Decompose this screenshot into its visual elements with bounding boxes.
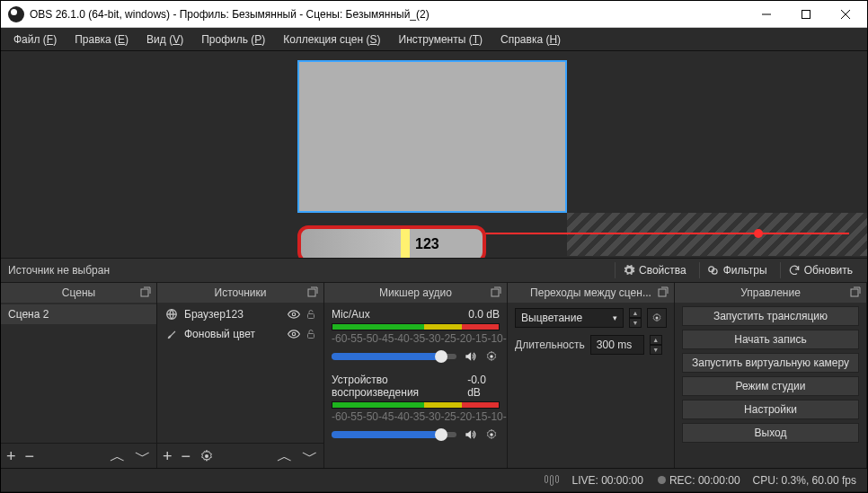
refresh-button[interactable]: Обновить [780, 262, 860, 278]
lock-toggle[interactable] [306, 328, 316, 340]
visibility-toggle[interactable] [288, 328, 300, 340]
svg-rect-7 [308, 289, 315, 296]
add-scene-button[interactable]: + [6, 448, 16, 464]
transition-down-button[interactable]: ▼ [629, 318, 642, 328]
channel-name: Mic/Aux [332, 308, 370, 321]
status-live: LIVE: 00:00:00 [571, 474, 642, 487]
source-label: Фоновый цвет [184, 328, 255, 340]
move-scene-up-button[interactable]: ︿ [110, 448, 126, 464]
menu-profile[interactable]: Профиль (P) [194, 31, 272, 48]
channel-settings-button[interactable] [483, 427, 500, 443]
exit-button[interactable]: Выход [682, 423, 859, 443]
statusbar: LIVE: 00:00:00 REC: 00:00:00 CPU: 0.3%, … [1, 468, 867, 491]
dock-header-scenes[interactable]: Сцены [1, 283, 156, 303]
start-record-button[interactable]: Начать запись [682, 330, 859, 349]
settings-button[interactable]: Настройки [682, 400, 859, 419]
chevron-down-icon: ▾ [613, 313, 617, 322]
meter-ticks: -60-55-50-45-40-35-30-25-20-15-10-50 [332, 410, 500, 423]
popout-icon[interactable] [307, 286, 318, 297]
remove-scene-button[interactable]: − [25, 448, 35, 464]
status-cpu: CPU: 0.3%, 60.00 fps [753, 474, 856, 487]
scene-item[interactable]: Сцена 2 [1, 304, 156, 324]
menu-file[interactable]: Файл (F) [6, 31, 64, 48]
add-source-button[interactable]: + [163, 448, 173, 464]
menu-scene-collection[interactable]: Коллекция сцен (S) [276, 31, 387, 48]
dock-header-sources[interactable]: Источники [157, 283, 323, 303]
dock-header-mixer[interactable]: Микшер аудио [324, 283, 507, 303]
menu-edit[interactable]: Правка (E) [67, 31, 136, 48]
preview-area[interactable]: 123 [1, 51, 867, 258]
highlight-annotation: 123 [297, 225, 486, 258]
popout-icon[interactable] [658, 286, 669, 297]
popout-icon[interactable] [491, 286, 501, 297]
menu-help[interactable]: Справка (H) [493, 31, 568, 48]
lock-toggle[interactable] [306, 308, 316, 321]
svg-point-13 [205, 454, 208, 458]
source-item[interactable]: Браузер123 [157, 304, 323, 324]
start-vcam-button[interactable]: Запустить виртуальную камеру [682, 353, 859, 373]
svg-rect-14 [492, 289, 499, 296]
studio-mode-button[interactable]: Режим студии [682, 376, 859, 396]
refresh-icon [788, 264, 801, 277]
no-source-selected: Источник не выбран [8, 264, 110, 277]
svg-rect-17 [659, 289, 666, 296]
menu-view[interactable]: Вид (V) [139, 31, 190, 48]
source-settings-button[interactable] [199, 449, 214, 463]
speaker-icon[interactable] [462, 427, 478, 443]
crop-handle[interactable] [754, 229, 763, 238]
crop-line[interactable] [469, 233, 849, 234]
properties-button[interactable]: Свойства [615, 262, 694, 278]
dock-header-transitions[interactable]: Переходы между сцен... [508, 283, 674, 303]
preview-canvas[interactable] [297, 60, 567, 213]
window-title: OBS 26.1.0 (64-bit, windows) - Профиль: … [30, 8, 747, 21]
dock-header-controls[interactable]: Управление [675, 283, 866, 303]
svg-rect-1 [802, 10, 810, 18]
source-item[interactable]: Фоновый цвет [157, 324, 323, 344]
transition-select[interactable]: Выцветание ▾ [515, 308, 624, 328]
obs-logo-icon [8, 6, 24, 22]
dock-controls: Управление Запустить трансляцию Начать з… [675, 283, 867, 468]
duration-down-button[interactable]: ▼ [650, 345, 662, 355]
menu-tools[interactable]: Инструменты (T) [392, 31, 491, 48]
filters-button[interactable]: Фильтры [699, 262, 775, 278]
channel-db: -0.0 dB [467, 374, 500, 399]
start-stream-button[interactable]: Запустить трансляцию [682, 306, 859, 326]
channel-settings-button[interactable] [483, 348, 500, 365]
svg-point-18 [656, 317, 659, 320]
volume-slider[interactable] [332, 354, 456, 359]
globe-icon [164, 307, 179, 321]
broadcast-icon [545, 475, 559, 486]
docks: Сцены Сцена 2 + − ︿ ﹀ Источники Браузер1… [1, 283, 867, 468]
svg-rect-12 [308, 334, 314, 339]
visibility-toggle[interactable] [288, 308, 300, 321]
duration-label: Длительность [515, 339, 585, 351]
gear-icon [623, 264, 635, 277]
source-toolbar: Источник не выбран Свойства Фильтры Обно… [1, 258, 867, 283]
remove-source-button[interactable]: − [182, 448, 191, 464]
popout-icon[interactable] [850, 286, 861, 297]
move-source-down-button[interactable]: ﹀ [302, 448, 318, 464]
dock-mixer: Микшер аудио Mic/Aux0.0 dB -60-55-50-45-… [324, 283, 508, 468]
duration-up-button[interactable]: ▲ [650, 335, 662, 345]
volume-slider[interactable] [332, 432, 456, 437]
move-scene-down-button[interactable]: ﹀ [135, 448, 151, 464]
maximize-button[interactable] [786, 1, 826, 28]
speaker-icon[interactable] [462, 348, 478, 365]
transition-up-button[interactable]: ▲ [629, 308, 642, 318]
move-source-up-button[interactable]: ︿ [277, 448, 293, 464]
audio-meter [332, 323, 500, 330]
transition-settings-button[interactable] [647, 308, 667, 328]
filter-icon [707, 264, 720, 277]
minimize-button[interactable] [747, 1, 786, 28]
svg-point-16 [490, 433, 493, 436]
dock-sources: Источники Браузер123 Фоновый цвет [157, 283, 324, 468]
close-button[interactable] [826, 1, 865, 28]
dock-transitions: Переходы между сцен... Выцветание ▾ ▲ ▼ … [508, 283, 675, 468]
duration-input[interactable]: 300 ms [590, 335, 644, 355]
titlebar: OBS 26.1.0 (64-bit, windows) - Профиль: … [1, 1, 867, 28]
dock-scenes: Сцены Сцена 2 + − ︿ ﹀ [1, 283, 157, 468]
scene-label: Сцена 2 [8, 308, 49, 321]
highlight-text: 123 [415, 236, 439, 252]
popout-icon[interactable] [140, 286, 151, 297]
audio-meter [332, 401, 500, 409]
